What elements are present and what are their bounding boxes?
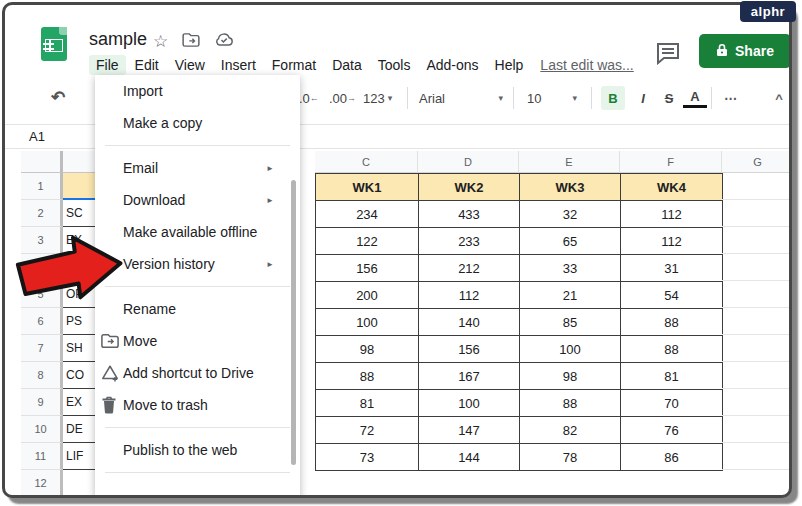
menu-item-make-a-copy[interactable]: Make a copy	[95, 107, 300, 139]
cell-a2[interactable]: SC	[63, 200, 95, 227]
menu-item-download[interactable]: Download►	[95, 184, 300, 216]
cell[interactable]: 100	[520, 336, 621, 363]
menu-insert[interactable]: Insert	[214, 55, 263, 75]
cell[interactable]: 21	[520, 282, 621, 309]
row-header[interactable]: 1	[21, 173, 63, 200]
cell-d1[interactable]: WK2	[419, 174, 520, 201]
cell[interactable]: 78	[520, 444, 621, 471]
cell[interactable]: 81	[316, 390, 419, 417]
last-edit-link[interactable]: Last edit was...	[540, 57, 633, 73]
cell[interactable]: 156	[419, 336, 520, 363]
cell[interactable]: 72	[316, 417, 419, 444]
cell[interactable]: 98	[520, 363, 621, 390]
name-box[interactable]: A1	[29, 129, 45, 144]
menu-file[interactable]: File	[89, 55, 126, 75]
cell-a8[interactable]: CO	[63, 362, 95, 389]
cell[interactable]: 76	[621, 417, 723, 444]
number-format-menu[interactable]: 123▾	[363, 86, 392, 110]
bold-button[interactable]: B	[601, 86, 625, 110]
col-header-d[interactable]: D	[418, 151, 519, 173]
cell[interactable]: 54	[621, 282, 723, 309]
menu-item-publish-to-the-web[interactable]: Publish to the web	[95, 434, 300, 466]
cell[interactable]: 100	[316, 309, 419, 336]
menu-data[interactable]: Data	[325, 55, 369, 75]
comment-icon[interactable]	[655, 41, 681, 69]
row-header[interactable]: 6	[21, 308, 63, 335]
cell[interactable]: 147	[419, 417, 520, 444]
menu-item-move[interactable]: Move	[95, 325, 300, 357]
menu-item-import[interactable]: Import	[95, 75, 300, 107]
cell[interactable]: 112	[419, 282, 520, 309]
italic-button[interactable]: I	[631, 86, 655, 110]
cell[interactable]: 200	[316, 282, 419, 309]
menu-item-email[interactable]: Email►	[95, 152, 300, 184]
cell[interactable]: 98	[316, 336, 419, 363]
more-options-icon[interactable]: ⋯	[717, 86, 745, 110]
cell[interactable]: 32	[520, 201, 621, 228]
row-header[interactable]: 8	[21, 362, 63, 389]
collapse-toolbar-icon[interactable]: ^	[769, 86, 789, 110]
menu-addons[interactable]: Add-ons	[419, 55, 485, 75]
cell[interactable]: 31	[621, 255, 723, 282]
increase-decimal-icon[interactable]: .00→	[329, 86, 356, 110]
cell[interactable]: 73	[316, 444, 419, 471]
cell[interactable]: 85	[520, 309, 621, 336]
cell[interactable]: 100	[419, 390, 520, 417]
font-family-select[interactable]: Arial▾	[415, 86, 507, 110]
share-button[interactable]: Share	[699, 34, 791, 68]
document-title[interactable]: sample	[89, 29, 147, 50]
row-header[interactable]: 10	[21, 416, 63, 443]
cell-a7[interactable]: SH	[63, 335, 95, 362]
menu-item-add-shortcut-to-drive[interactable]: Add shortcut to Drive	[95, 357, 300, 389]
row-header[interactable]: 12	[21, 470, 63, 497]
col-header-f[interactable]: F	[620, 151, 722, 173]
cell[interactable]: 167	[419, 363, 520, 390]
cell-c1[interactable]: WK1	[316, 174, 419, 201]
cell[interactable]: 65	[520, 228, 621, 255]
cell-a6[interactable]: PS	[63, 308, 95, 335]
menu-help[interactable]: Help	[488, 55, 531, 75]
cloud-saved-icon[interactable]	[214, 33, 234, 51]
menu-format[interactable]: Format	[265, 55, 323, 75]
cell[interactable]: 233	[419, 228, 520, 255]
cell[interactable]: 156	[316, 255, 419, 282]
cell[interactable]: 140	[419, 309, 520, 336]
row-header[interactable]: 2	[21, 200, 63, 227]
menu-item-move-to-trash[interactable]: Move to trash	[95, 389, 300, 421]
strikethrough-button[interactable]: S	[657, 86, 681, 110]
row-header[interactable]: 7	[21, 335, 63, 362]
cell[interactable]: 86	[621, 444, 723, 471]
move-to-folder-icon[interactable]	[182, 33, 200, 51]
cell[interactable]: 81	[621, 363, 723, 390]
row-header[interactable]: 11	[21, 443, 63, 470]
cell[interactable]: 82	[520, 417, 621, 444]
undo-icon[interactable]: ↶	[51, 85, 65, 109]
cell[interactable]: 70	[621, 390, 723, 417]
menu-scrollbar[interactable]	[291, 180, 296, 465]
menu-edit[interactable]: Edit	[128, 55, 166, 75]
cell[interactable]: 88	[316, 363, 419, 390]
menu-tools[interactable]: Tools	[371, 55, 418, 75]
star-icon[interactable]: ☆	[153, 31, 168, 52]
cell[interactable]: 234	[316, 201, 419, 228]
col-header-c[interactable]: C	[315, 151, 418, 173]
font-size-select[interactable]: 10▾	[523, 86, 581, 110]
cell[interactable]: 33	[520, 255, 621, 282]
text-color-button[interactable]: A	[683, 88, 707, 108]
cell-a1-selected[interactable]	[63, 173, 95, 200]
cell[interactable]: 144	[419, 444, 520, 471]
cell[interactable]: 112	[621, 228, 723, 255]
google-sheets-logo-icon[interactable]	[41, 27, 67, 61]
menu-view[interactable]: View	[168, 55, 212, 75]
cell-a9[interactable]: EX	[63, 389, 95, 416]
cell[interactable]: 122	[316, 228, 419, 255]
row-header[interactable]: 9	[21, 389, 63, 416]
decrease-decimal-icon[interactable]: .0←	[299, 86, 319, 110]
cell-e1[interactable]: WK3	[520, 174, 621, 201]
cell-f1[interactable]: WK4	[621, 174, 723, 201]
select-all-corner[interactable]	[21, 151, 63, 173]
cell[interactable]: 88	[520, 390, 621, 417]
col-header-e[interactable]: E	[519, 151, 620, 173]
cell[interactable]: 433	[419, 201, 520, 228]
cell-a11[interactable]: LIF	[63, 443, 95, 470]
